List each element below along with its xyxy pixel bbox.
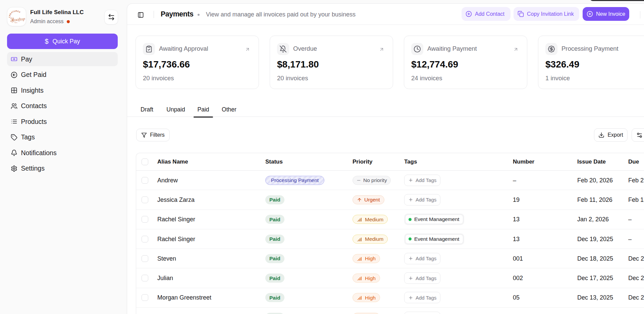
svg-text:Rooftop: Rooftop xyxy=(11,16,25,23)
svg-text:NYC: NYC xyxy=(15,22,18,24)
